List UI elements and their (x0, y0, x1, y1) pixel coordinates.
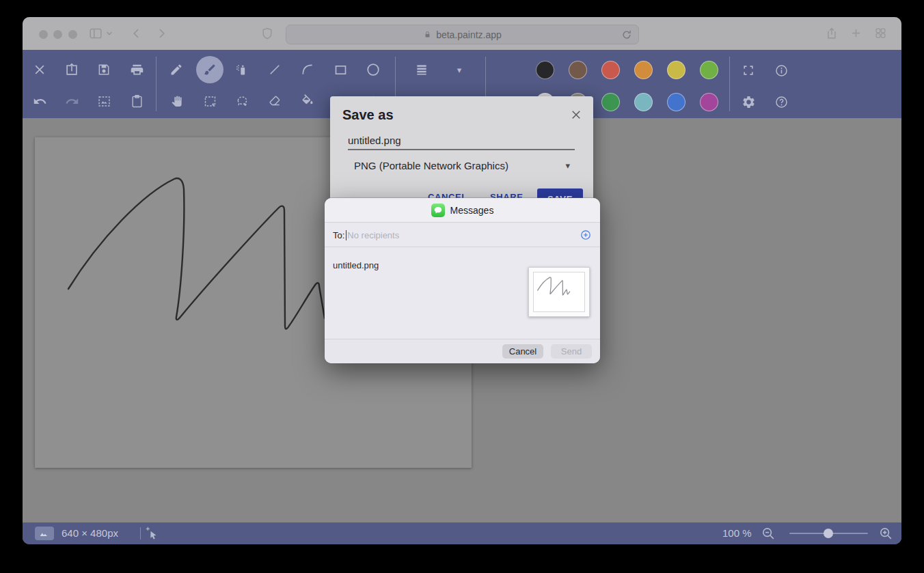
eraser-tool-button[interactable] (261, 87, 288, 115)
toolbar-divider (729, 57, 730, 111)
paste-button[interactable] (123, 87, 150, 115)
format-select[interactable]: PNG (Portable Network Graphics) (354, 160, 508, 171)
zoom-out-icon[interactable] (761, 526, 776, 541)
sidebar-icon[interactable] (88, 26, 103, 41)
recipient-row[interactable]: To: No recipients (325, 223, 600, 247)
help-button[interactable] (767, 88, 795, 115)
palette-color-green[interactable] (601, 93, 620, 111)
undo-button[interactable] (26, 87, 53, 115)
rectangular-select-tool-button[interactable] (196, 87, 223, 115)
palette-color-light-green[interactable] (700, 61, 718, 79)
save-button[interactable] (90, 56, 118, 83)
fullscreen-button[interactable] (735, 57, 762, 84)
toolbar-divider (156, 57, 157, 111)
share-sheet-header: Messages (325, 198, 600, 223)
curve-tool-button[interactable] (294, 56, 321, 83)
palette-color-red[interactable] (601, 61, 620, 79)
line-width-dropdown[interactable]: ▾ (446, 56, 473, 83)
palette-color-magenta[interactable] (700, 93, 718, 111)
palette-color-black[interactable] (536, 61, 554, 79)
palette-color-brown[interactable] (569, 61, 587, 79)
dialog-title: Save as (342, 107, 394, 123)
sheet-cancel-button[interactable]: Cancel (502, 344, 543, 359)
back-icon[interactable] (130, 27, 144, 40)
refresh-icon[interactable] (621, 29, 633, 41)
cursor-position-icon (146, 526, 159, 541)
redo-button[interactable] (58, 87, 85, 115)
canvas-dimensions-label: 640 × 480px (62, 527, 118, 539)
chevron-down-icon: ▾ (565, 160, 570, 171)
print-button[interactable] (123, 56, 150, 83)
new-tab-icon[interactable] (850, 27, 862, 40)
attachment-filename: untitled.png (333, 260, 379, 270)
rectangle-tool-button[interactable] (327, 56, 354, 83)
forward-icon[interactable] (154, 27, 168, 40)
share-sheet-title: Messages (450, 205, 494, 216)
palette-color-orange[interactable] (634, 61, 653, 79)
share-page-icon[interactable] (825, 26, 839, 41)
filename-input-underline (348, 149, 575, 150)
attachment-thumbnail (528, 267, 590, 317)
to-label: To: (333, 230, 344, 240)
freeform-select-tool-button[interactable] (228, 87, 256, 115)
privacy-shield-icon[interactable] (260, 26, 274, 41)
chevron-down-icon[interactable] (106, 31, 113, 36)
palette-color-teal[interactable] (634, 93, 653, 111)
image-dimensions-icon (35, 527, 54, 540)
fill-tool-button[interactable] (294, 87, 321, 115)
oval-tool-button[interactable] (359, 56, 387, 83)
attachment-thumbnail-image (533, 272, 585, 312)
pan-tool-button[interactable] (163, 87, 190, 115)
palette-color-blue[interactable] (667, 93, 685, 111)
sheet-send-button[interactable]: Send (551, 344, 592, 359)
zoom-in-icon[interactable] (878, 526, 893, 541)
text-cursor (346, 230, 346, 240)
add-recipient-icon[interactable] (580, 229, 592, 241)
chevron-down-icon: ▾ (457, 65, 462, 75)
address-bar[interactable]: beta.paintz.app (286, 25, 639, 44)
status-bar: 640 × 480px 100 % (23, 522, 901, 544)
clear-document-button[interactable] (26, 56, 53, 83)
url-text: beta.paintz.app (436, 29, 502, 40)
zoom-window-button[interactable] (68, 30, 77, 39)
filename-input[interactable]: untitled.png (348, 135, 401, 146)
share-sheet-body: untitled.png (325, 248, 600, 339)
zoom-percent-label: 100 % (722, 527, 752, 539)
minimize-window-button[interactable] (53, 30, 62, 39)
brush-tool-button[interactable] (196, 56, 223, 83)
messages-share-sheet: Messages To: No recipients untitled.png … (325, 198, 600, 363)
line-width-icon[interactable] (408, 56, 435, 83)
browser-titlebar: beta.paintz.app (23, 17, 901, 50)
resize-image-button[interactable] (90, 87, 118, 115)
tab-overview-icon[interactable] (874, 27, 887, 40)
close-window-button[interactable] (39, 30, 48, 39)
messages-app-icon (431, 204, 445, 217)
pencil-tool-button[interactable] (163, 56, 190, 83)
airbrush-tool-button[interactable] (228, 56, 256, 83)
line-tool-button[interactable] (261, 56, 288, 83)
statusbar-divider (140, 527, 141, 540)
info-button[interactable] (767, 57, 795, 84)
share-sheet-footer: Cancel Send (325, 339, 600, 363)
palette-color-yellow[interactable] (667, 61, 685, 79)
open-file-button[interactable] (58, 56, 85, 83)
lock-icon (423, 29, 432, 40)
zoom-slider-thumb[interactable] (824, 529, 833, 538)
close-icon[interactable] (569, 107, 584, 122)
settings-gear-icon[interactable] (735, 88, 762, 115)
recipient-input-placeholder[interactable]: No recipients (347, 230, 399, 240)
